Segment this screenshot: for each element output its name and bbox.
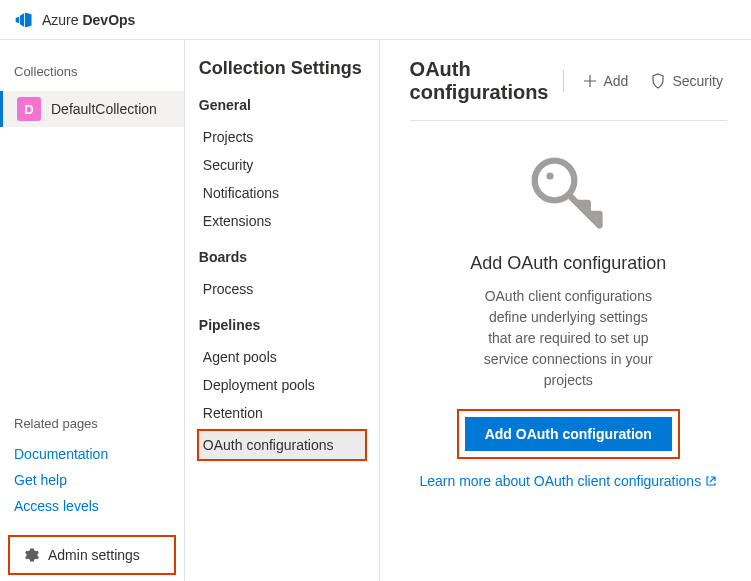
link-get-help[interactable]: Get help	[0, 467, 184, 493]
nav-retention[interactable]: Retention	[199, 399, 365, 427]
shield-icon	[650, 73, 666, 89]
settings-title: Collection Settings	[199, 58, 365, 79]
page-header: OAuth configurations Add Security	[410, 58, 727, 121]
collections-heading: Collections	[0, 40, 184, 91]
nav-extensions[interactable]: Extensions	[199, 207, 365, 235]
add-oauth-configuration-button[interactable]: Add OAuth configuration	[465, 417, 672, 451]
security-button[interactable]: Security	[646, 69, 727, 93]
nav-projects[interactable]: Projects	[199, 123, 365, 151]
svg-point-1	[547, 172, 554, 179]
empty-body: OAuth client configurations define under…	[478, 286, 658, 391]
learn-more-link[interactable]: Learn more about OAuth client configurat…	[419, 473, 717, 489]
nav-agent-pools[interactable]: Agent pools	[199, 343, 365, 371]
nav-process[interactable]: Process	[199, 275, 365, 303]
learn-more-label: Learn more about OAuth client configurat…	[419, 473, 701, 489]
gear-icon	[24, 547, 40, 563]
page-title: OAuth configurations	[410, 58, 549, 104]
nav-deployment-pools[interactable]: Deployment pools	[199, 371, 365, 399]
nav-notifications[interactable]: Notifications	[199, 179, 365, 207]
topbar: Azure DevOps	[0, 0, 751, 40]
group-boards-heading: Boards	[199, 249, 365, 265]
related-pages-heading: Related pages	[0, 408, 184, 441]
key-icon	[523, 149, 613, 239]
group-pipelines-heading: Pipelines	[199, 317, 365, 333]
settings-nav: Collection Settings General Projects Sec…	[185, 40, 380, 581]
group-general-heading: General	[199, 97, 365, 113]
nav-oauth-configurations[interactable]: OAuth configurations	[197, 429, 367, 461]
admin-settings-button[interactable]: Admin settings	[8, 535, 176, 575]
brand-logo[interactable]: Azure DevOps	[14, 10, 135, 30]
collections-sidebar: Collections D DefaultCollection Related …	[0, 40, 185, 581]
azure-devops-icon	[14, 10, 34, 30]
link-documentation[interactable]: Documentation	[0, 441, 184, 467]
nav-security[interactable]: Security	[199, 151, 365, 179]
brand-label: Azure DevOps	[42, 12, 135, 28]
collection-item-default[interactable]: D DefaultCollection	[0, 91, 184, 127]
empty-heading: Add OAuth configuration	[470, 253, 666, 274]
empty-state: Add OAuth configuration OAuth client con…	[419, 149, 717, 489]
link-access-levels[interactable]: Access levels	[0, 493, 184, 519]
primary-button-highlight: Add OAuth configuration	[457, 409, 680, 459]
collection-name: DefaultCollection	[51, 101, 157, 117]
brand-suffix: DevOps	[82, 12, 135, 28]
header-divider	[563, 70, 564, 92]
security-label: Security	[672, 73, 723, 89]
external-link-icon	[705, 475, 717, 487]
plus-icon	[582, 73, 598, 89]
add-label: Add	[604, 73, 629, 89]
main-content: OAuth configurations Add Security	[380, 40, 751, 581]
brand-prefix: Azure	[42, 12, 79, 28]
add-button[interactable]: Add	[578, 69, 633, 93]
collection-badge: D	[17, 97, 41, 121]
admin-settings-label: Admin settings	[48, 547, 140, 563]
